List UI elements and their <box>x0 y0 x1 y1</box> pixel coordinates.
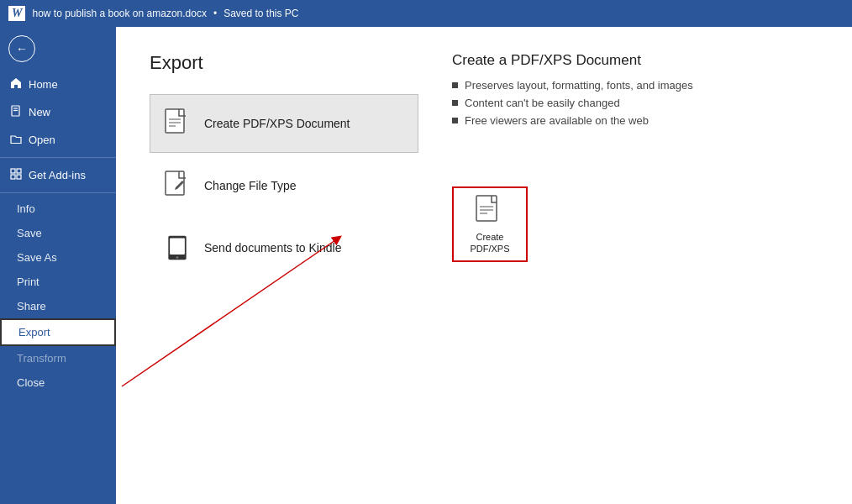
filetype-icon <box>162 171 192 201</box>
bullet-2-icon <box>452 100 458 106</box>
filetype-option-label: Change File Type <box>204 179 296 192</box>
filename: how to publish a book on amazon.docx <box>32 8 206 19</box>
print-label: Print <box>17 276 39 288</box>
svg-rect-15 <box>476 196 497 221</box>
back-button[interactable]: ← <box>8 35 35 62</box>
pdf-option-label: Create PDF/XPS Document <box>204 117 350 130</box>
export-option-pdf[interactable]: Create PDF/XPS Document <box>150 94 418 153</box>
sidebar-item-close[interactable]: Close <box>0 370 116 395</box>
home-icon <box>10 77 22 92</box>
new-icon <box>10 105 22 119</box>
save-label: Save <box>17 227 42 239</box>
bullet-3-text: Free viewers are available on the web <box>465 114 649 127</box>
main-layout: ← Home New Open Get Add-ins <box>0 27 852 504</box>
svg-point-14 <box>176 256 179 259</box>
open-label: Open <box>29 134 55 146</box>
back-icon: ← <box>16 42 28 55</box>
sidebar-item-share[interactable]: Share <box>0 294 116 318</box>
sidebar-item-print[interactable]: Print <box>0 270 116 294</box>
svg-rect-3 <box>11 169 15 173</box>
close-label: Close <box>17 376 45 389</box>
export-option-kindle[interactable]: Send documents to Kindle <box>150 218 418 277</box>
bullet-item-1: Preserves layout, formatting, fonts, and… <box>452 79 835 92</box>
addins-icon <box>10 168 22 182</box>
create-btn-label: CreatePDF/XPS <box>470 231 509 255</box>
svg-rect-7 <box>166 109 184 133</box>
sidebar-item-transform[interactable]: Transform <box>0 346 116 370</box>
bullet-item-2: Content can't be easily changed <box>452 97 835 109</box>
sidebar-item-new[interactable]: New <box>0 98 116 126</box>
svg-rect-5 <box>11 175 15 179</box>
kindle-option-label: Send documents to Kindle <box>204 241 341 255</box>
sidebar-item-open[interactable]: Open <box>0 126 116 154</box>
create-pdf-btn-icon <box>475 194 505 228</box>
word-icon: W <box>8 6 25 21</box>
sidebar-item-home[interactable]: Home <box>0 71 116 98</box>
open-icon <box>10 133 22 147</box>
sidebar-item-save-as[interactable]: Save As <box>0 245 116 270</box>
save-as-label: Save As <box>17 251 57 264</box>
transform-label: Transform <box>17 352 66 365</box>
sidebar-item-info[interactable]: Info <box>0 197 116 221</box>
pdf-icon <box>162 108 192 139</box>
sidebar-divider-1 <box>0 157 116 158</box>
svg-rect-13 <box>170 238 185 255</box>
export-options-list: Create PDF/XPS Document Change File Type <box>150 94 418 277</box>
right-panel: Create a PDF/XPS Document Preserves layo… <box>452 52 835 147</box>
bullet-2-text: Content can't be easily changed <box>465 97 620 109</box>
addins-label: Get Add-ins <box>29 169 86 181</box>
svg-rect-4 <box>17 169 21 173</box>
bullet-1-text: Preserves layout, formatting, fonts, and… <box>465 79 693 92</box>
home-label: Home <box>29 78 58 91</box>
separator: • <box>213 8 217 19</box>
bullet-3-icon <box>452 118 458 123</box>
kindle-icon <box>162 233 192 263</box>
svg-rect-6 <box>17 175 21 179</box>
create-pdf-button[interactable]: CreatePDF/XPS <box>452 186 528 262</box>
share-label: Share <box>17 300 46 312</box>
bullet-list: Preserves layout, formatting, fonts, and… <box>452 79 835 127</box>
export-label: Export <box>18 326 50 339</box>
sidebar-item-addins[interactable]: Get Add-ins <box>0 161 116 189</box>
saved-status: Saved to this PC <box>224 8 298 19</box>
sidebar-item-save[interactable]: Save <box>0 221 116 245</box>
title-bar: W how to publish a book on amazon.docx •… <box>0 0 852 27</box>
export-option-filetype[interactable]: Change File Type <box>150 156 418 215</box>
new-label: New <box>29 106 50 118</box>
info-label: Info <box>17 202 35 215</box>
sidebar-divider-2 <box>0 192 116 193</box>
content-area: Export Create PDF/XPS Document <box>116 27 852 504</box>
panel-title: Create a PDF/XPS Document <box>452 52 835 69</box>
sidebar: ← Home New Open Get Add-ins <box>0 27 116 504</box>
sidebar-item-export[interactable]: Export <box>0 318 116 346</box>
bullet-1-icon <box>452 82 458 88</box>
bullet-item-3: Free viewers are available on the web <box>452 114 835 127</box>
